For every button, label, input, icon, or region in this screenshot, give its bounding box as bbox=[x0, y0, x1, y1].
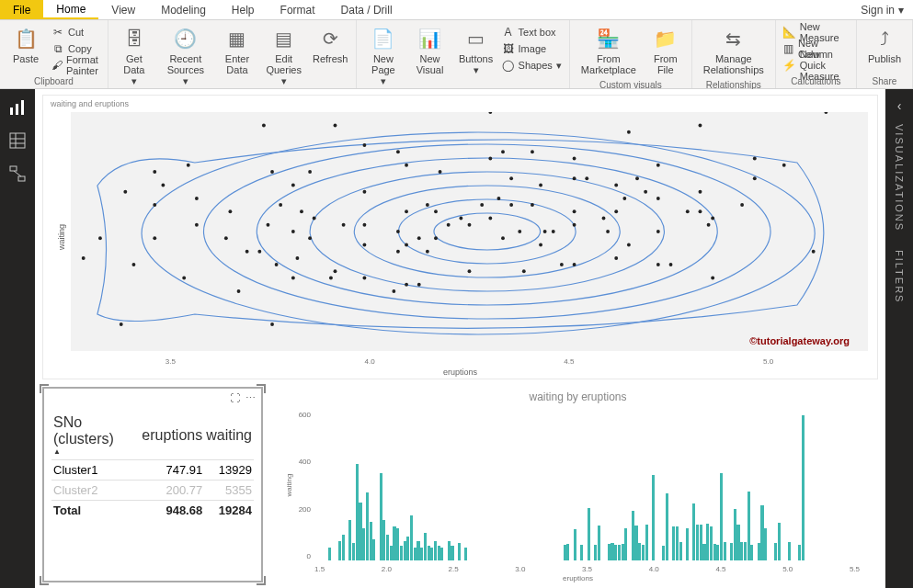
enter-data-button[interactable]: ▦Enter Data bbox=[217, 22, 257, 79]
right-panes: ‹ VISUALIZATIONS FILTERS bbox=[885, 89, 913, 588]
flash-icon: ⚡ bbox=[783, 59, 796, 72]
format-painter-button[interactable]: 🖌Format Painter bbox=[50, 57, 102, 74]
data-view-button[interactable] bbox=[6, 130, 29, 152]
measure-icon: 📐 bbox=[783, 26, 796, 39]
svg-point-114 bbox=[656, 197, 660, 200]
svg-point-92 bbox=[543, 230, 547, 233]
new-page-button[interactable]: 📄New Page▾ bbox=[362, 22, 404, 91]
table-row[interactable]: Cluster2200.775355 bbox=[51, 481, 254, 501]
svg-point-10 bbox=[434, 213, 541, 250]
textbox-button[interactable]: AText box bbox=[500, 24, 564, 40]
visualizations-pane-label[interactable]: VISUALIZATIONS bbox=[894, 124, 905, 232]
expand-panes-button[interactable]: ‹ bbox=[894, 95, 906, 117]
menu-help[interactable]: Help bbox=[219, 0, 268, 19]
menu-format[interactable]: Format bbox=[268, 0, 328, 19]
svg-point-58 bbox=[392, 289, 395, 293]
publish-button[interactable]: ⤴Publish bbox=[862, 22, 907, 68]
scissors-icon: ✂ bbox=[51, 26, 64, 39]
svg-point-104 bbox=[614, 183, 618, 187]
more-options-icon[interactable]: ⋯ bbox=[245, 392, 256, 404]
contour-xlabel: eruptions bbox=[443, 368, 477, 377]
svg-point-88 bbox=[531, 150, 534, 153]
svg-point-52 bbox=[342, 223, 346, 227]
svg-rect-0 bbox=[10, 107, 13, 115]
svg-rect-8 bbox=[18, 176, 25, 181]
table-row[interactable]: Cluster1747.9113929 bbox=[51, 460, 254, 481]
svg-point-82 bbox=[501, 236, 505, 240]
barchart-xticks: 1.52.02.53.03.54.04.55.05.5 bbox=[314, 565, 860, 573]
textbox-icon: A bbox=[502, 26, 515, 39]
svg-point-44 bbox=[295, 256, 299, 260]
menu-datadrill[interactable]: Data / Drill bbox=[328, 0, 405, 19]
svg-point-57 bbox=[362, 223, 366, 227]
svg-point-125 bbox=[753, 157, 757, 161]
svg-point-118 bbox=[699, 123, 702, 127]
get-data-button[interactable]: 🗄Get Data▾ bbox=[114, 22, 154, 91]
svg-point-33 bbox=[245, 250, 249, 254]
svg-rect-7 bbox=[10, 166, 17, 171]
menu-bar: File Home View Modeling Help Format Data… bbox=[0, 0, 913, 20]
svg-point-77 bbox=[480, 203, 484, 207]
svg-point-34 bbox=[257, 250, 261, 254]
from-marketplace-button[interactable]: 🏪From Marketplace bbox=[576, 22, 642, 79]
image-button[interactable]: 🖼Image bbox=[500, 40, 564, 57]
chevron-down-icon: ▾ bbox=[131, 75, 137, 87]
barchart-visual[interactable]: waiting by eruptions waiting 6004002000 … bbox=[278, 387, 878, 582]
svg-point-47 bbox=[308, 170, 312, 174]
paste-button[interactable]: 📋Paste bbox=[6, 22, 46, 68]
menu-modeling[interactable]: Modeling bbox=[148, 0, 219, 19]
buttons-button[interactable]: ▭Buttons▾ bbox=[456, 22, 496, 80]
new-quick-measure-button[interactable]: ⚡New Quick Measure bbox=[782, 57, 850, 74]
grid-icon: ▤ bbox=[271, 26, 297, 51]
manage-relationships-button[interactable]: ⇆Manage Relationships bbox=[698, 22, 770, 79]
clipboard-icon: 📋 bbox=[13, 26, 39, 51]
edit-queries-button[interactable]: ▤Edit Queries▾ bbox=[261, 22, 306, 91]
svg-point-117 bbox=[699, 190, 702, 194]
svg-point-98 bbox=[573, 223, 576, 227]
new-visual-button[interactable]: 📊New Visual bbox=[408, 22, 452, 79]
left-nav-rail bbox=[0, 89, 35, 588]
svg-point-21 bbox=[132, 263, 136, 266]
svg-point-43 bbox=[291, 277, 295, 280]
menu-view[interactable]: View bbox=[98, 0, 148, 19]
svg-point-30 bbox=[224, 236, 228, 240]
svg-point-119 bbox=[699, 209, 702, 213]
column-icon: ▥ bbox=[783, 42, 794, 55]
svg-point-55 bbox=[362, 143, 366, 147]
svg-point-106 bbox=[622, 197, 626, 200]
chevron-down-icon: ▾ bbox=[381, 75, 386, 87]
svg-point-99 bbox=[573, 157, 576, 161]
contour-visual[interactable]: waiting and eruptions waiting 3.54.04.55… bbox=[42, 95, 878, 379]
svg-point-80 bbox=[488, 112, 492, 114]
refresh-button[interactable]: ⟳Refresh bbox=[310, 22, 350, 68]
menu-file[interactable]: File bbox=[0, 0, 43, 19]
filters-pane-label[interactable]: FILTERS bbox=[894, 250, 905, 303]
clock-icon: 🕘 bbox=[173, 26, 199, 51]
svg-point-56 bbox=[362, 243, 366, 246]
svg-point-87 bbox=[522, 269, 526, 273]
svg-point-74 bbox=[459, 217, 462, 220]
button-icon: ▭ bbox=[463, 26, 489, 51]
publish-icon: ⤴ bbox=[872, 26, 897, 51]
menu-home[interactable]: Home bbox=[43, 0, 98, 19]
svg-point-111 bbox=[656, 263, 660, 266]
report-canvas[interactable]: waiting and eruptions waiting 3.54.04.55… bbox=[35, 89, 885, 588]
svg-point-68 bbox=[426, 203, 429, 207]
from-file-button[interactable]: 📁From File bbox=[645, 22, 686, 79]
col-eruptions[interactable]: eruptions bbox=[140, 411, 204, 460]
svg-point-115 bbox=[669, 263, 673, 266]
svg-point-46 bbox=[308, 236, 312, 240]
recent-sources-button[interactable]: 🕘Recent Sources▾ bbox=[158, 22, 213, 91]
col-sno[interactable]: SNo (clusters)▲ bbox=[51, 411, 140, 460]
model-view-button[interactable] bbox=[6, 163, 29, 185]
report-view-button[interactable] bbox=[6, 96, 29, 119]
col-waiting[interactable]: waiting bbox=[204, 411, 254, 460]
cut-button[interactable]: ✂Cut bbox=[50, 24, 102, 40]
svg-point-54 bbox=[362, 190, 366, 194]
table-visual[interactable]: ⛶ ⋯ SNo (clusters)▲ eruptions waiting Cl… bbox=[42, 387, 263, 582]
focus-mode-icon[interactable]: ⛶ bbox=[230, 392, 240, 404]
chevron-down-icon: ▾ bbox=[183, 75, 188, 87]
svg-point-113 bbox=[656, 230, 660, 233]
sign-in-link[interactable]: Sign in▾ bbox=[851, 0, 913, 19]
shapes-button[interactable]: ◯Shapes ▾ bbox=[500, 57, 564, 74]
